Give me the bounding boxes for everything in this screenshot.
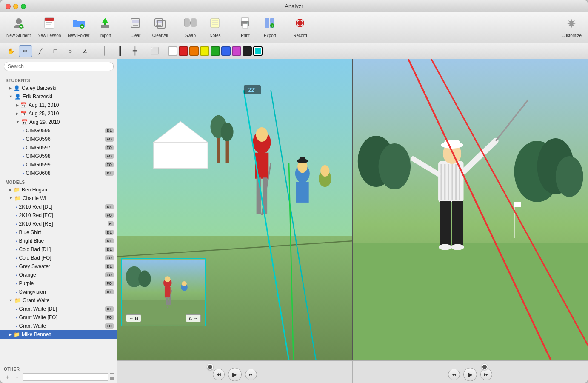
import-button[interactable]: Import bbox=[94, 15, 117, 40]
calendar-icon: 📅 bbox=[21, 119, 28, 125]
check-tool-button[interactable]: ⬜ bbox=[148, 45, 162, 57]
svg-marker-42 bbox=[154, 121, 208, 142]
sidebar-item-erik[interactable]: ▼ 👤 Erik Barzeski bbox=[0, 92, 117, 101]
svg-point-97 bbox=[439, 244, 451, 250]
sidebar-item-charliewi[interactable]: ▼ 📁 Charlie Wi bbox=[0, 194, 117, 203]
svg-rect-87 bbox=[514, 202, 521, 207]
export-icon: ↑ bbox=[264, 17, 276, 32]
prev-frame-button-right[interactable]: ⏮ bbox=[448, 369, 460, 380]
sidebar-item-aug29[interactable]: ▼ 📅 Aug 29, 2010 bbox=[0, 118, 117, 126]
sidebar-item-2k10red-dl[interactable]: ▪ 2K10 Red [DL] DL bbox=[0, 203, 117, 211]
swap-button[interactable]: Swap bbox=[179, 15, 202, 40]
triangle-icon: ▶ bbox=[9, 332, 12, 337]
color-green-button[interactable] bbox=[211, 46, 220, 56]
sidebar-item-greysweater[interactable]: ▪ Grey Sweater DL bbox=[0, 262, 117, 271]
print-button[interactable]: Print bbox=[234, 15, 257, 40]
toolbar-sep-4 bbox=[285, 17, 285, 38]
sidebar-item-aug11[interactable]: ▶ 📅 Aug 11, 2010 bbox=[0, 101, 117, 109]
sidebar-item-blueshirt[interactable]: ▪ Blue Shirt DL bbox=[0, 228, 117, 237]
color-black-button[interactable] bbox=[243, 46, 252, 56]
new-folder-button[interactable]: + New Folder bbox=[65, 15, 92, 40]
resize-handle[interactable] bbox=[110, 373, 114, 381]
draw-sep-1 bbox=[95, 46, 95, 56]
sidebar-item-cimg0608[interactable]: ▪ CIMG0608 DL bbox=[0, 169, 117, 177]
svg-rect-91 bbox=[448, 164, 449, 200]
clear-all-label: Clear All bbox=[152, 33, 168, 38]
color-white-button[interactable] bbox=[168, 46, 177, 56]
titlebar: Analyzr bbox=[0, 0, 588, 12]
sidebar-item-orange[interactable]: ▪ Orange FO bbox=[0, 271, 117, 279]
sidebar-item-cimg0595[interactable]: ▪ CIMG0595 DL bbox=[0, 126, 117, 135]
sidebar-item-grantwaite-fo[interactable]: ▪ Grant Waite [FO] FO bbox=[0, 313, 117, 322]
sidebar-item-cimg0598[interactable]: ▪ CIMG0598 FO bbox=[0, 152, 117, 160]
new-student-button[interactable]: + New Student bbox=[4, 15, 33, 40]
color-red-button[interactable] bbox=[179, 46, 188, 56]
clear-all-button[interactable]: Clear All bbox=[148, 15, 171, 40]
video-panels: 22° bbox=[117, 59, 588, 360]
sidebar-item-carey[interactable]: ▶ 👤 Carey Barzeski bbox=[0, 84, 117, 92]
sidebar-item-cimg0596[interactable]: ▪ CIMG0596 FO bbox=[0, 135, 117, 143]
sidebar-item-swingvision[interactable]: ▪ Swingvision DL bbox=[0, 288, 117, 296]
other-input[interactable] bbox=[23, 373, 108, 381]
toolbar-sep-3 bbox=[230, 17, 230, 38]
sidebar-item-mikebennett[interactable]: ▶ 📁 Mike Bennett bbox=[0, 330, 117, 339]
svg-rect-32 bbox=[265, 18, 269, 23]
pencil-tool-button[interactable]: ✏ bbox=[19, 45, 32, 57]
next-frame-button-right[interactable]: ⏭ bbox=[480, 369, 492, 380]
svg-point-60 bbox=[320, 165, 329, 177]
minimize-button[interactable] bbox=[13, 4, 18, 9]
sidebar-item-benhogan[interactable]: ▶ 📁 Ben Hogan bbox=[0, 186, 117, 194]
sidebar-item-2k10red-re[interactable]: ▪ 2K10 Red [RE] R bbox=[0, 220, 117, 228]
scrubber-thumb-right[interactable] bbox=[482, 364, 488, 370]
sidebar-item-grantwaite[interactable]: ▼ 📁 Grant Waite bbox=[0, 296, 117, 305]
new-student-icon: + bbox=[12, 17, 26, 32]
color-blue-button[interactable] bbox=[221, 46, 231, 56]
vline1-tool-button[interactable]: │ bbox=[98, 45, 112, 57]
color-cyan-button[interactable] bbox=[253, 46, 263, 56]
circle-tool-button[interactable]: ○ bbox=[63, 45, 77, 57]
sidebar-item-purple[interactable]: ▪ Purple FO bbox=[0, 279, 117, 288]
sidebar-item-coldbad-fo[interactable]: ▪ Cold Bad [FO] FO bbox=[0, 254, 117, 262]
sidebar-item-grantwaite3[interactable]: ▪ Grant Waite FO bbox=[0, 322, 117, 330]
close-button[interactable] bbox=[6, 4, 11, 9]
clear-button[interactable]: Clear bbox=[124, 15, 147, 40]
app-window: Analyzr + New Student bbox=[0, 0, 588, 383]
svg-text:+: + bbox=[81, 25, 83, 29]
add-item-button[interactable]: + bbox=[4, 374, 11, 380]
svg-rect-6 bbox=[46, 24, 51, 25]
hand-tool-button[interactable]: ✋ bbox=[4, 45, 17, 57]
sidebar-item-cimg0597[interactable]: ▪ CIMG0597 FO bbox=[0, 143, 117, 152]
sidebar-item-aug25[interactable]: ▶ 📅 Aug 25, 2010 bbox=[0, 109, 117, 118]
rect-tool-button[interactable]: □ bbox=[49, 45, 62, 57]
vline2-tool-button[interactable]: ┃ bbox=[113, 45, 127, 57]
line-tool-button[interactable]: ╱ bbox=[34, 45, 47, 57]
sidebar-item-brightblue[interactable]: ▪ Bright Blue DL bbox=[0, 237, 117, 245]
play-button-left[interactable]: ▶ bbox=[228, 368, 242, 381]
file-icon: ▪ bbox=[16, 205, 17, 209]
svg-point-99 bbox=[442, 143, 461, 164]
maximize-button[interactable] bbox=[21, 4, 26, 9]
svg-line-62 bbox=[244, 90, 289, 360]
sidebar-item-coldbad-dl[interactable]: ▪ Cold Bad [DL] DL bbox=[0, 245, 117, 254]
export-button[interactable]: ↑ Export bbox=[258, 15, 281, 40]
color-yellow-button[interactable] bbox=[200, 46, 209, 56]
record-button[interactable]: Record bbox=[288, 15, 311, 40]
remove-item-button[interactable]: - bbox=[13, 374, 21, 380]
sidebar-item-2k10red-fo[interactable]: ▪ 2K10 Red [FO] FO bbox=[0, 211, 117, 220]
sidebar-item-grantwaite-dl[interactable]: ▪ Grant Waite [DL] DL bbox=[0, 305, 117, 313]
new-lesson-button[interactable]: New Lesson bbox=[35, 15, 63, 40]
badge: FO bbox=[105, 281, 114, 286]
sidebar-item-cimg0599[interactable]: ▪ CIMG0599 FO bbox=[0, 160, 117, 169]
angle-tool-button[interactable]: ∠ bbox=[78, 45, 92, 57]
color-purple-button[interactable] bbox=[232, 46, 241, 56]
search-input[interactable] bbox=[4, 62, 114, 71]
next-frame-button-left[interactable]: ⏭ bbox=[245, 369, 257, 380]
svg-rect-92 bbox=[451, 164, 453, 200]
customize-button[interactable]: Customize bbox=[559, 15, 584, 40]
prev-frame-button-left[interactable]: ⏮ bbox=[213, 369, 225, 380]
play-button-right[interactable]: ▶ bbox=[463, 368, 477, 381]
notes-button[interactable]: Notes bbox=[203, 15, 226, 40]
vline3-tool-button[interactable]: ┿ bbox=[128, 45, 142, 57]
color-orange-button[interactable] bbox=[189, 46, 199, 56]
file-icon: ▪ bbox=[23, 137, 24, 142]
